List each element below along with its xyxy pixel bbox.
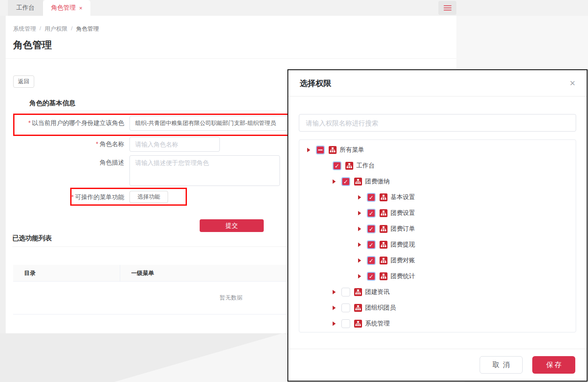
caret-right-icon[interactable] bbox=[358, 243, 361, 247]
cancel-button[interactable]: 取消 bbox=[480, 356, 523, 374]
org-chart-icon bbox=[354, 178, 362, 186]
caret-right-icon[interactable] bbox=[358, 211, 361, 215]
role-name-label: *角色名称 bbox=[6, 137, 129, 148]
tree-node-checkbox[interactable] bbox=[367, 272, 376, 281]
tree-node[interactable]: 基本设置 bbox=[299, 189, 576, 205]
tree-node-checkbox[interactable] bbox=[341, 288, 350, 296]
tree-node-label: 团费对账 bbox=[391, 257, 415, 264]
role-desc-label: 角色描述 bbox=[6, 155, 129, 167]
tab-bar: 工作台 角色管理 × bbox=[0, 0, 588, 16]
required-mark: * bbox=[96, 140, 98, 147]
select-permission-modal: 选择权限 × bbox=[287, 69, 588, 382]
page-title: 角色管理 bbox=[13, 39, 52, 52]
tree-node-label: 所有菜单 bbox=[340, 146, 364, 154]
tree-node[interactable]: 工作台 bbox=[299, 158, 576, 174]
caret-right-icon[interactable] bbox=[307, 148, 310, 152]
tree-node[interactable]: 团费统计 bbox=[299, 268, 576, 284]
caret-right-icon[interactable] bbox=[358, 274, 361, 278]
select-function-button[interactable]: 选择功能 bbox=[129, 191, 168, 203]
caret-right-icon[interactable] bbox=[358, 195, 361, 200]
role-desc-form-row: 角色描述 bbox=[6, 155, 280, 186]
tree-node[interactable]: 团费缴纳 bbox=[299, 174, 576, 189]
submit-button[interactable]: 提交 bbox=[200, 219, 264, 232]
identity-label: *以当前用户的哪个身份建立该角色 bbox=[6, 116, 129, 127]
caret-right-icon[interactable] bbox=[358, 258, 361, 263]
menu-func-label: *可操作的菜单功能 bbox=[6, 191, 129, 201]
tree-node[interactable]: 团费对账 bbox=[299, 253, 576, 268]
tree-node-checkbox[interactable] bbox=[367, 256, 376, 265]
tree-node-label: 系统管理 bbox=[365, 320, 390, 328]
tree-node-checkbox[interactable] bbox=[341, 319, 350, 328]
caret-right-icon[interactable] bbox=[333, 321, 336, 326]
tree-node-label: 团费订单 bbox=[391, 225, 415, 233]
close-icon[interactable]: × bbox=[570, 79, 575, 88]
modal-body: 所有菜单 工作台 bbox=[288, 96, 587, 332]
tree-node[interactable]: 系统管理 bbox=[299, 316, 576, 332]
tree-node[interactable]: 团费提现 bbox=[299, 237, 576, 253]
org-chart-icon bbox=[380, 241, 387, 249]
tree-node[interactable]: 所有菜单 bbox=[299, 142, 576, 158]
breadcrumb: 系统管理 / 用户权限 / 角色管理 bbox=[13, 25, 99, 33]
tree-node-label: 团费设置 bbox=[391, 209, 415, 217]
tree-node[interactable]: 团费设置 bbox=[299, 205, 576, 221]
tree-node-checkbox[interactable] bbox=[367, 209, 376, 218]
tree-node-checkbox[interactable] bbox=[367, 240, 376, 249]
caret-right-icon[interactable] bbox=[333, 306, 336, 310]
tree-node[interactable]: 团组织团员 bbox=[299, 300, 576, 316]
tree-node-checkbox[interactable] bbox=[341, 303, 350, 312]
breadcrumb-separator: / bbox=[71, 25, 73, 33]
permission-tree: 所有菜单 工作台 bbox=[299, 139, 576, 332]
org-chart-icon bbox=[380, 225, 387, 233]
tree-node-checkbox[interactable] bbox=[316, 146, 325, 154]
role-desc-textarea[interactable] bbox=[129, 155, 280, 186]
close-icon[interactable]: × bbox=[79, 5, 82, 11]
org-chart-icon bbox=[354, 288, 362, 296]
tree-node-label: 团建资讯 bbox=[365, 288, 390, 296]
tree-node-checkbox[interactable] bbox=[341, 177, 350, 186]
tree-node-label: 团费统计 bbox=[391, 272, 415, 280]
tree-node[interactable]: 团费订单 bbox=[299, 221, 576, 237]
save-button[interactable]: 保存 bbox=[532, 356, 575, 374]
breadcrumb-current: 角色管理 bbox=[76, 25, 99, 33]
tab-workbench-label: 工作台 bbox=[16, 4, 35, 12]
caret-right-icon[interactable] bbox=[358, 227, 361, 231]
hamburger-icon bbox=[444, 5, 452, 6]
required-mark: * bbox=[72, 193, 74, 200]
tree-node-checkbox[interactable] bbox=[333, 161, 341, 170]
identity-select[interactable]: 组织-共青团中粮集团有限公司职能部门支部-组织管理员 bbox=[129, 116, 293, 131]
org-chart-icon bbox=[380, 193, 387, 201]
org-chart-icon bbox=[380, 257, 387, 264]
tree-node[interactable]: 团建资讯 bbox=[299, 284, 576, 300]
tree-node-label: 团组织团员 bbox=[365, 304, 396, 312]
divider bbox=[6, 58, 456, 59]
basic-info-section-title: 角色的基本信息 bbox=[29, 99, 75, 107]
table-header-cell: 目录 bbox=[13, 265, 120, 281]
tree-node-checkbox[interactable] bbox=[367, 225, 376, 233]
org-chart-icon bbox=[380, 272, 387, 280]
permission-search-input[interactable] bbox=[299, 114, 576, 132]
caret-right-icon[interactable] bbox=[333, 290, 336, 294]
tree-node-label: 团费缴纳 bbox=[365, 178, 390, 186]
tab-workbench[interactable]: 工作台 bbox=[8, 0, 43, 16]
org-chart-icon bbox=[354, 320, 362, 328]
tab-role-management[interactable]: 角色管理 × bbox=[43, 0, 90, 16]
tree-node-label: 工作台 bbox=[356, 162, 375, 170]
modal-footer: 取消 保存 bbox=[288, 349, 587, 381]
back-button[interactable]: 返回 bbox=[13, 75, 34, 88]
org-chart-icon bbox=[380, 209, 387, 217]
hamburger-menu-button[interactable] bbox=[438, 1, 456, 15]
identity-form-row: *以当前用户的哪个身份建立该角色 组织-共青团中粮集团有限公司职能部门支部-组织… bbox=[6, 116, 293, 131]
breadcrumb-item[interactable]: 系统管理 bbox=[13, 25, 36, 33]
caret-right-icon[interactable] bbox=[333, 179, 336, 184]
tree-node-checkbox[interactable] bbox=[367, 193, 376, 202]
org-chart-icon bbox=[345, 162, 353, 170]
role-name-input[interactable] bbox=[129, 137, 220, 152]
identity-select-value: 组织-共青团中粮集团有限公司职能部门支部-组织管理员 bbox=[135, 119, 276, 127]
breadcrumb-item[interactable]: 用户权限 bbox=[45, 25, 68, 33]
divider bbox=[29, 111, 275, 111]
selected-functions-section-title: 已选功能列表 bbox=[12, 234, 52, 243]
org-chart-icon bbox=[354, 304, 362, 312]
menu-func-form-row: *可操作的菜单功能 选择功能 bbox=[6, 191, 168, 203]
tree-node-label: 基本设置 bbox=[391, 193, 415, 201]
modal-title: 选择权限 bbox=[300, 78, 331, 89]
